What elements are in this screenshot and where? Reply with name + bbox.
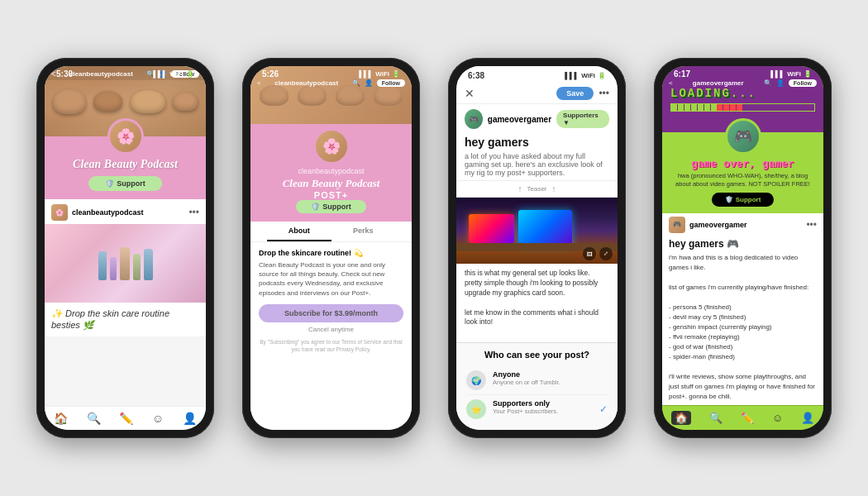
bottle-2 [110,257,117,280]
monitor-1 [469,214,514,243]
phone-4-nav-search[interactable]: 🔍 [709,412,723,424]
phone-4-avatar [725,118,761,155]
phone-2-search-icon[interactable]: 🔍 [352,79,360,87]
image-icon[interactable]: 🖼 [583,247,596,260]
phone-3-author: 🎮 gameovergamer Supporters ▼ [456,104,618,134]
arrow-up-icon: ↑ [517,184,522,193]
phone-3-time: 6:38 [468,71,484,80]
phone-4-back-button[interactable]: < [669,79,673,87]
phone-2-tabs: About Perks [250,222,412,242]
supporters-option-text: Supporters only Your Post+ subscribers. [493,399,593,415]
anyone-icon: 🌍 [466,370,486,390]
phone-3-audience-supporters[interactable]: ⭐ Supporters only Your Post+ subscribers… [466,395,608,423]
phone-4-nav-home[interactable]: 🏠 [671,411,691,425]
phone-4-progress-filled [671,104,717,111]
phone-1-support-button[interactable]: 🛡️ Support [88,176,162,191]
phone-4-nav-compose[interactable]: ✏️ [741,412,754,424]
phone-4-follow-button[interactable]: Follow [789,79,817,87]
baked-item-2 [93,91,122,112]
phone-2-description: Clean Beauty Podcast is your one and onl… [259,260,403,298]
phone-1-nav-activity[interactable]: ☺ [152,412,164,425]
baked-item-1 [53,89,86,114]
phone-3-close-button[interactable]: ✕ [465,87,475,100]
phone-4-post-header: 🎮 gameovergamer ••• [662,213,823,236]
shield-icon: 🛡️ [105,179,114,188]
main-scene: 5:30 ▌▌▌ WiFi 🔋 < cleanbeautypodcast 🔍 👤… [0,0,868,496]
phone-1-status-icons: ▌▌▌ WiFi 🔋 [153,70,194,78]
phone-4-user-icon[interactable]: 👤 [776,79,785,87]
phone-4-bottom-nav: 🏠 🔍 ✏️ ☺ 👤 [662,405,823,430]
phone-2-time: 5:26 [262,69,279,79]
supporters-icon: ⭐ [466,399,486,419]
phone-1-nav-profile[interactable]: 👤 [183,412,197,425]
bottle-5 [144,249,153,280]
phone-2-legal-text: By "Subscribing" you agree to our Terms … [259,338,403,353]
bottle-1 [98,251,107,280]
phone-1-nav-compose[interactable]: ✏️ [119,412,133,425]
phone-1-post-menu[interactable]: ••• [188,207,199,218]
phone-1-time: 5:30 [56,69,73,79]
phone-3: 6:38 ▌▌▌ WiFi 🔋 ✕ Save ••• 🎮 gameovergam… [448,58,626,438]
expand-icon[interactable]: ⤢ [599,247,613,260]
phone-2-modal: About Perks Drop the skincare routine! 💫… [250,222,412,430]
phone-4-nav-profile[interactable]: 👤 [801,412,814,424]
phone-2-drop-text: Drop the skincare routine! 💫 [259,249,403,257]
anyone-option-text: Anyone Anyone on or off Tumblr. [493,370,608,386]
phone-1-blog-title: Clean Beauty Podcast [73,158,178,171]
phone-1-nav-home[interactable]: 🏠 [54,412,68,425]
phone-3-post-title: hey gamers [456,134,618,152]
phone-4-post-body: i'm hwa and this is a blog dedicated to … [662,251,823,405]
phone-2-tab-perks[interactable]: Perks [331,222,396,241]
checkmark-icon: ✓ [599,403,608,415]
phone-2-blog-name: cleanbeautypodcast [298,167,364,175]
phone-4-profile-section: game over, gamer hwa (pronounced WHO-WAH… [662,132,823,213]
supporters-badge: Supporters ▼ [556,110,609,128]
phone-4-post-menu[interactable]: ••• [806,219,817,231]
supporters-sublabel: Your Post+ subscribers. [493,408,593,415]
phone-3-gaming-image: 🖼 ⤢ [456,198,618,264]
phone-4-post-area: 🎮 gameovergamer ••• hey gamers 🎮 i'm hwa… [662,213,823,406]
phone-4-game-title: game over, gamer [691,158,794,170]
anyone-sublabel: Anyone on or off Tumblr. [493,379,608,386]
phone-3-audience-anyone[interactable]: 🌍 Anyone Anyone on or off Tumblr. [466,366,608,395]
phone-2-profile-section: cleanbeautypodcast Clean Beauty Podcast … [250,124,412,222]
phone-2-subscribe-button[interactable]: Subscribe for $3.99/month [259,304,403,322]
phone-4-nav: < gameovergamer 🔍 👤 Follow [662,76,823,90]
phone-1-post-area: 🌸 cleanbeautypodcast ••• ✨ Drop the [45,199,206,406]
phone-4-screen: 6:17 ▌▌▌ WiFi 🔋 < gameovergamer 🔍 👤 Foll… [662,66,823,430]
phone-4-post-title: hey gamers 🎮 [662,236,823,251]
phone-3-status-bar: 6:38 ▌▌▌ WiFi 🔋 [456,66,618,83]
phone-2-tab-about[interactable]: About [267,222,331,241]
phone-4-support-button[interactable]: 🛡️ Support [712,193,775,207]
phone-3-header: ✕ Save ••• [456,83,618,104]
anyone-label: Anyone [493,370,608,379]
phone-3-save-button[interactable]: Save [556,87,594,100]
phone-3-screen: 6:38 ▌▌▌ WiFi 🔋 ✕ Save ••• 🎮 gameovergam… [456,66,618,430]
phone-1-post-author: 🌸 cleanbeautypodcast [51,204,144,221]
phone-1-nav-search[interactable]: 🔍 [87,412,101,425]
phone-2-back-button[interactable]: < [257,79,261,87]
phone-1-post-text: ✨ Drop the skin care routine besties 🌿 [45,303,206,336]
phone-2-support-button[interactable]: 🛡️ Support [296,200,366,213]
phone-1-post-header: 🌸 cleanbeautypodcast ••• [45,199,206,224]
baked-item-3 [131,90,165,113]
shield-icon-2: 🛡️ [311,203,320,211]
phone-2-content: Drop the skincare routine! 💫 Clean Beaut… [250,242,412,430]
phone-3-teaser-label: Teaser [527,185,546,193]
phone-4-subtitle: hwa (pronounced WHO-WAH), she/they, a bl… [670,172,815,188]
phone-2-cancel: Cancel anytime [259,326,403,333]
phone-4-blog-name-nav: gameovergamer [693,79,744,87]
shield-icon-4: 🛡️ [725,196,733,203]
phone-2-header-image: 5:26 ▌▌▌ WiFi 🔋 < cleanbeautypodcast 🔍 👤… [250,66,412,124]
phone-1-profile-section: Clean Beauty Podcast 🛡️ Support [45,136,206,199]
bottle-4 [133,254,141,280]
phone-4-progress-empty [717,104,742,111]
phone-3-teaser-bar: ↑ Teaser ↑ [456,180,618,198]
phone-4-search-icon[interactable]: 🔍 [764,79,772,87]
phone-2-user-icon[interactable]: 👤 [365,79,373,87]
phone-3-post-body: this is what my general set up looks lik… [456,264,618,342]
phone-1-screen: 5:30 ▌▌▌ WiFi 🔋 < cleanbeautypodcast 🔍 👤… [45,66,206,430]
phone-3-menu-button[interactable]: ••• [599,88,609,99]
phone-2-follow-button[interactable]: Follow [377,79,405,87]
phone-4-nav-activity[interactable]: ☺ [772,412,783,424]
